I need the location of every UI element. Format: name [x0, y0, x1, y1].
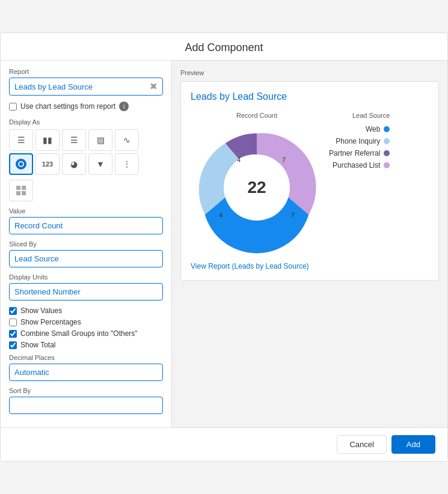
- legend-dot-phone: [384, 138, 390, 144]
- chart-legend: Lead Source Web Phone Inquiry Partner Re…: [329, 112, 390, 169]
- sliced-by-field-group: Sliced By: [9, 240, 163, 267]
- legend-label-phone: Phone Inquiry: [336, 137, 380, 145]
- record-count-label: Record Count: [191, 112, 323, 119]
- left-panel: Report ✖ Use chart settings from report …: [1, 61, 172, 427]
- decimal-places-field-group: Decimal Places: [9, 354, 163, 381]
- donut-center-value: 22: [247, 178, 266, 197]
- display-as-bar-icon[interactable]: ▮▮: [35, 129, 60, 151]
- segment-label-7-top: 7: [282, 156, 286, 163]
- display-as-scatter-icon[interactable]: ⋮: [115, 153, 139, 175]
- show-total-checkbox[interactable]: [9, 341, 17, 349]
- modal-footer: Cancel Add: [1, 427, 447, 461]
- legend-title: Lead Source: [329, 112, 390, 119]
- show-total-label: Show Total: [20, 341, 55, 349]
- chart-and-legend: Record Count: [191, 112, 429, 254]
- legend-item-purchased: Purchased List: [329, 161, 390, 169]
- use-chart-settings-label: Use chart settings from report: [20, 102, 115, 111]
- sort-by-label: Sort By: [9, 387, 163, 394]
- legend-dot-purchased: [384, 162, 390, 168]
- display-as-group: Display As ☰ ▮▮ ☰ ▨ ∿ 123: [9, 118, 163, 201]
- show-percentages-row: Show Percentages: [9, 318, 163, 326]
- combine-small-groups-checkbox[interactable]: [9, 330, 17, 338]
- display-as-123-icon[interactable]: 123: [35, 153, 60, 175]
- sliced-by-input[interactable]: [9, 250, 163, 267]
- sort-by-field-group: Sort By: [9, 387, 163, 414]
- svg-rect-2: [16, 186, 20, 190]
- display-as-grid-large-icon[interactable]: [9, 180, 33, 201]
- preview-chart-title: Leads by Lead Source: [191, 91, 429, 102]
- display-as-donut-icon[interactable]: [9, 153, 33, 175]
- report-input-wrapper: ✖: [9, 78, 163, 96]
- cancel-button[interactable]: Cancel: [337, 435, 386, 454]
- segment-label-7-right: 7: [291, 212, 295, 219]
- show-values-label: Show Values: [20, 306, 62, 315]
- clear-report-icon[interactable]: ✖: [150, 81, 158, 92]
- preview-label: Preview: [180, 69, 439, 76]
- value-field-group: Value: [9, 207, 163, 234]
- svg-rect-4: [16, 191, 20, 195]
- show-total-row: Show Total: [9, 341, 163, 349]
- use-chart-settings-row: Use chart settings from report i: [9, 102, 163, 111]
- add-button[interactable]: Add: [391, 435, 435, 454]
- right-panel: Preview Leads by Lead Source Record Coun…: [172, 61, 447, 427]
- sort-by-input[interactable]: [9, 397, 163, 414]
- chart-column: Record Count: [191, 112, 323, 254]
- show-values-checkbox[interactable]: [9, 307, 17, 315]
- segment-label-4-left: 4: [219, 212, 222, 219]
- display-as-funnel-icon[interactable]: ▼: [88, 153, 112, 175]
- sliced-by-label: Sliced By: [9, 240, 163, 248]
- display-as-gauge-icon[interactable]: ◕: [62, 153, 86, 175]
- svg-rect-3: [22, 186, 26, 190]
- report-field-group: Report ✖: [9, 68, 163, 96]
- info-icon[interactable]: i: [119, 102, 129, 111]
- svg-rect-5: [22, 191, 26, 195]
- display-as-line-icon[interactable]: ∿: [115, 129, 139, 151]
- combine-small-groups-label: Combine Small Groups into "Others": [20, 329, 138, 338]
- report-input[interactable]: [14, 82, 150, 91]
- display-as-table-icon[interactable]: ☰: [9, 129, 33, 151]
- display-as-icon-grid: ☰ ▮▮ ☰ ▨ ∿ 123 ◕ ▼ ⋮: [9, 129, 163, 175]
- value-input[interactable]: [9, 217, 163, 234]
- decimal-places-input[interactable]: [9, 364, 163, 381]
- legend-dot-web: [384, 126, 390, 132]
- display-units-field-group: Display Units: [9, 273, 163, 300]
- legend-item-partner: Partner Referral: [329, 149, 390, 157]
- display-as-label: Display As: [9, 118, 163, 126]
- display-units-input[interactable]: [9, 283, 163, 300]
- decimal-places-label: Decimal Places: [9, 354, 163, 361]
- donut-chart-container: 7 7 4 4 22: [191, 121, 323, 254]
- display-as-stacked-icon[interactable]: ▨: [88, 129, 112, 151]
- value-label: Value: [9, 207, 163, 215]
- add-component-modal: Add Component Report ✖ Use chart setting…: [0, 32, 448, 462]
- legend-dot-partner: [384, 150, 390, 156]
- svg-point-1: [19, 162, 23, 166]
- modal-header: Add Component: [1, 33, 447, 61]
- report-label: Report: [9, 68, 163, 75]
- legend-label-purchased: Purchased List: [333, 161, 380, 169]
- legend-label-partner: Partner Referral: [329, 149, 380, 157]
- legend-item-phone: Phone Inquiry: [329, 137, 390, 145]
- combine-small-groups-row: Combine Small Groups into "Others": [9, 329, 163, 338]
- display-as-hbar-icon[interactable]: ☰: [62, 129, 86, 151]
- show-percentages-checkbox[interactable]: [9, 319, 17, 326]
- show-values-row: Show Values: [9, 306, 163, 315]
- modal-body: Report ✖ Use chart settings from report …: [1, 61, 447, 427]
- preview-card: Leads by Lead Source Record Count: [180, 81, 439, 281]
- show-percentages-label: Show Percentages: [20, 318, 81, 326]
- view-report-link[interactable]: View Report (Leads by Lead Source): [191, 262, 429, 270]
- segment-label-4-top: 4: [237, 156, 241, 163]
- modal-title: Add Component: [13, 41, 435, 54]
- legend-label-web: Web: [366, 125, 380, 133]
- display-units-label: Display Units: [9, 273, 163, 281]
- use-chart-settings-checkbox[interactable]: [9, 103, 17, 111]
- legend-item-web: Web: [329, 125, 390, 133]
